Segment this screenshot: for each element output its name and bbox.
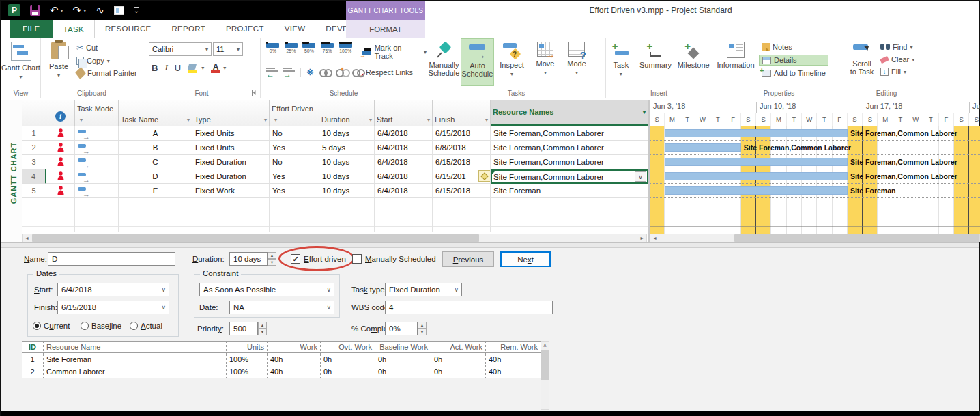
effort-driven-cell[interactable]: Yes xyxy=(270,141,319,155)
font-dialog-launcher-icon[interactable] xyxy=(252,90,258,96)
row-number[interactable]: 3 xyxy=(22,155,46,169)
units-header[interactable]: Units xyxy=(227,342,268,352)
type-cell[interactable]: Fixed Units xyxy=(192,126,270,141)
resource-row[interactable]: 1 Site Foreman 100% 40h 0h 0h 0h 40h xyxy=(22,353,541,365)
resource-act-work[interactable]: 0h xyxy=(431,353,486,365)
undo-button[interactable]: ↶▾ xyxy=(50,4,63,16)
baseline-radio[interactable]: Baseline xyxy=(81,322,121,330)
filter-icon[interactable]: ▾ xyxy=(264,115,267,124)
gantt-bar[interactable] xyxy=(665,186,848,195)
row-number[interactable]: 5 xyxy=(22,184,46,198)
finish-cell[interactable]: 6/15/2018 xyxy=(433,126,491,141)
outdent-task-icon[interactable]: ← xyxy=(266,68,278,77)
notes-button[interactable]: Notes xyxy=(759,42,828,52)
wbs-code-field[interactable]: 4 xyxy=(385,301,553,314)
split-task-icon[interactable]: ※ xyxy=(306,67,314,77)
task-mode-header[interactable]: Task Mode▾ xyxy=(75,100,119,126)
font-color-button[interactable]: A▾ xyxy=(211,62,226,73)
background-color-button[interactable]: ▾ xyxy=(188,63,204,73)
italic-button[interactable]: I xyxy=(164,62,167,73)
scroll-up-icon[interactable]: ∧ xyxy=(541,342,549,349)
row-number[interactable]: 2 xyxy=(22,141,46,155)
resource-name-header[interactable]: Resource Name xyxy=(44,342,227,352)
overallocation-indicator-icon[interactable] xyxy=(46,141,75,155)
resource-names-cell[interactable]: Site Foreman xyxy=(491,184,648,198)
gantt-chart-view-button[interactable]: Gantt Chart ▾ xyxy=(1,38,40,86)
resource-name[interactable]: Common Laborer xyxy=(44,365,227,378)
duration-cell[interactable]: 10 days xyxy=(319,184,375,198)
type-cell[interactable]: Fixed Duration xyxy=(192,169,270,184)
overallocation-indicator-icon[interactable] xyxy=(46,126,75,141)
row-number[interactable]: 1 xyxy=(22,126,46,141)
resource-work[interactable]: 40h xyxy=(268,353,321,365)
scrollbar-thumb[interactable] xyxy=(734,234,979,242)
resource-grid-scrollbar[interactable]: ∧ xyxy=(541,341,549,410)
resource-baseline-work[interactable]: 0h xyxy=(375,365,431,378)
duration-cell[interactable]: 10 days xyxy=(319,155,375,169)
selected-resource-names-cell[interactable]: Site Foreman,Common Laborer∨ xyxy=(491,169,648,184)
start-header[interactable]: Start▾ xyxy=(375,100,433,126)
scroll-right-icon[interactable]: ▸ xyxy=(637,234,646,242)
baseline-work-header[interactable]: Baseline Work xyxy=(375,342,431,352)
spin-up-icon[interactable]: ▲ xyxy=(268,252,276,259)
duration-header[interactable]: Duration▾ xyxy=(319,100,375,126)
task-name-cell[interactable]: D xyxy=(119,169,192,184)
fill-button[interactable]: ↓Fill ▾ xyxy=(878,67,917,77)
auto-schedule-button[interactable]: → AutoSchedule xyxy=(461,38,494,86)
app-icon[interactable]: P xyxy=(8,4,20,16)
percent-complete-field[interactable]: 0% xyxy=(385,322,418,335)
mark-on-track-button[interactable]: →Mark on Track▾ xyxy=(361,44,427,60)
manually-scheduled-checkbox[interactable] xyxy=(352,254,362,264)
duration-cell[interactable]: 5 days xyxy=(319,141,375,155)
previous-button[interactable]: Previous xyxy=(442,251,494,267)
act-work-header[interactable]: Act. Work xyxy=(431,342,486,352)
task-name-cell[interactable]: C xyxy=(119,155,192,169)
task-name-cell[interactable]: B xyxy=(119,141,192,155)
effort-driven-cell[interactable]: Yes xyxy=(270,184,319,198)
resource-names-cell[interactable]: Site Foreman,Common Laborer xyxy=(491,155,648,169)
start-cell[interactable]: 6/4/2018 xyxy=(375,141,433,155)
row-number-header[interactable] xyxy=(22,100,46,126)
warning-smart-tag-icon[interactable] xyxy=(478,170,491,182)
gantt-bar[interactable] xyxy=(665,172,848,180)
actual-radio[interactable]: Actual xyxy=(130,322,162,330)
redo-button[interactable]: ↷▾ xyxy=(73,4,87,16)
resource-units[interactable]: 100% xyxy=(227,353,268,365)
cell-dropdown-button[interactable]: ∨ xyxy=(635,171,646,182)
pane-splitter[interactable] xyxy=(1,242,979,248)
filter-icon[interactable]: ▾ xyxy=(369,115,372,124)
type-cell[interactable]: Fixed Units xyxy=(192,141,270,155)
priority-stepper[interactable]: ▲▼ xyxy=(258,322,267,335)
start-date-combo[interactable]: 6/4/2018∨ xyxy=(57,283,169,296)
type-cell[interactable]: Fixed Duration xyxy=(192,155,270,169)
scrollbar-thumb[interactable] xyxy=(32,234,479,242)
percent-25-button[interactable]: 25% xyxy=(283,43,300,53)
customize-qat-button[interactable]: ⌄ xyxy=(134,7,139,14)
scrollbar-thumb[interactable] xyxy=(541,350,549,380)
percent-50-button[interactable]: 50% xyxy=(301,43,317,53)
type-cell[interactable]: Fixed Work xyxy=(192,184,270,198)
undo-dropdown-icon[interactable]: ▾ xyxy=(61,8,63,14)
table-row[interactable]: 1 → A Fixed Units No 10 days 6/4/2018 6/… xyxy=(22,126,648,141)
finish-cell[interactable]: 6/15/2018 xyxy=(433,184,491,198)
id-header[interactable]: ID xyxy=(22,342,44,352)
task-mode-icon[interactable]: → xyxy=(75,184,119,198)
spin-down-icon[interactable]: ▼ xyxy=(418,329,427,335)
next-button[interactable]: Next xyxy=(500,251,551,267)
font-name-combo[interactable]: Calibri▾ xyxy=(149,42,212,56)
add-to-timeline-button[interactable]: Add to Timeline xyxy=(759,68,828,78)
effort-driven-header[interactable]: Effort Driven▾ xyxy=(270,100,319,126)
row-number[interactable]: 4 xyxy=(22,169,46,184)
table-row-selected[interactable]: 4 → D Fixed Duration Yes 10 days 6/4/201… xyxy=(22,169,648,184)
constraint-type-combo[interactable]: As Soon As Possible∨ xyxy=(199,283,334,296)
resource-rem-work[interactable]: 40h xyxy=(486,365,541,378)
percent-0-button[interactable]: 0% xyxy=(265,43,281,53)
paste-button[interactable]: Paste▾ xyxy=(41,38,76,86)
percent-100-button[interactable]: 100% xyxy=(337,43,354,53)
resource-work[interactable]: 40h xyxy=(268,365,321,378)
duration-stepper[interactable]: ▲▼ xyxy=(268,252,276,266)
work-header[interactable]: Work xyxy=(268,342,321,352)
resource-units[interactable]: 100% xyxy=(227,365,268,378)
resource-ovt-work[interactable]: 0h xyxy=(321,353,375,365)
resource-act-work[interactable]: 0h xyxy=(431,365,486,378)
